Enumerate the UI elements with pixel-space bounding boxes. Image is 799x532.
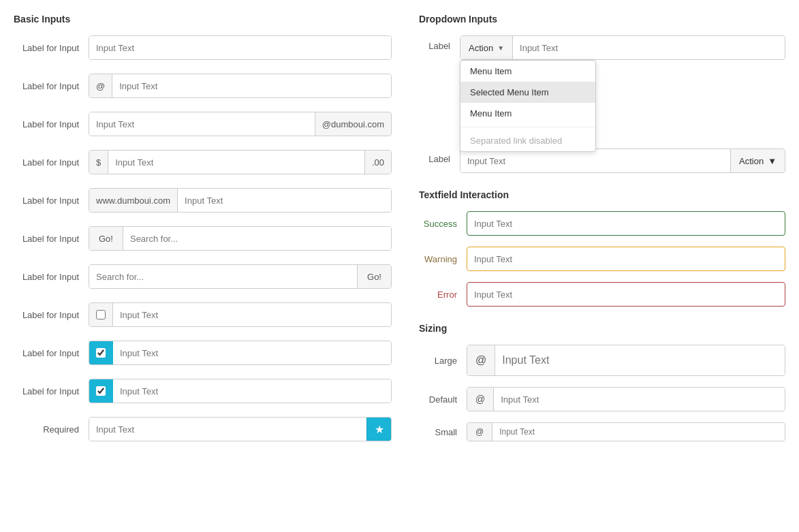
input-group-3: @dumboui.com	[89, 112, 392, 136]
dropdown-input-group-2: Action ▼	[460, 148, 785, 173]
action-dropdown-btn-1[interactable]: Action ▼	[460, 36, 513, 59]
input-1[interactable]	[89, 36, 391, 59]
dropdown-label-2: Label	[419, 148, 460, 164]
input-group-10	[89, 379, 392, 403]
dropdown-row-1: Label Action ▼ Menu Item Selected Menu I…	[419, 35, 785, 60]
checkbox-unchecked[interactable]	[96, 310, 106, 319]
dropdown-label-1: Label	[419, 35, 460, 51]
basic-inputs-title: Basic Inputs	[14, 14, 392, 25]
label-5: Label for Input	[14, 195, 89, 206]
input-required[interactable]	[89, 418, 366, 441]
form-row-2: Label for Input @	[14, 74, 392, 98]
input-group-5: www.dumboui.com	[89, 188, 392, 213]
label-9: Label for Input	[14, 348, 89, 358]
label-7: Label for Input	[14, 272, 89, 282]
dropdown-input-group-1: Action ▼	[460, 35, 785, 60]
menu-item-2[interactable]: Menu Item	[460, 103, 595, 124]
disabled-menu-item: Separated link disabled	[460, 130, 595, 151]
input-group-1	[89, 35, 392, 60]
input-7[interactable]	[89, 265, 357, 288]
label-3: Label for Input	[14, 119, 89, 129]
input-group-9	[89, 341, 392, 365]
warning-label: Warning	[419, 254, 467, 264]
label-4: Label for Input	[14, 157, 89, 168]
success-input[interactable]	[467, 211, 785, 236]
label-6: Label for Input	[14, 234, 89, 244]
sizing-group-small: @	[467, 422, 785, 441]
form-row-1: Label for Input	[14, 35, 392, 60]
label-required: Required	[14, 424, 89, 435]
selected-menu-item[interactable]: Selected Menu Item	[460, 82, 595, 103]
form-row-7: Label for Input Go!	[14, 264, 392, 289]
checkbox-checked[interactable]	[96, 348, 106, 358]
action-btn-text-2: Action	[739, 156, 764, 166]
sizing-input-large[interactable]	[495, 345, 785, 375]
form-row-8: Label for Input	[14, 302, 392, 327]
sizing-at-icon-small: @	[467, 423, 492, 441]
input-6[interactable]	[123, 227, 391, 250]
error-input[interactable]	[467, 282, 785, 307]
form-row-3: Label for Input @dumboui.com	[14, 112, 392, 136]
sizing-row-default: Default @	[419, 387, 785, 411]
input-2[interactable]	[112, 74, 391, 97]
label-8: Label for Input	[14, 310, 89, 320]
at-addon: @	[89, 74, 112, 97]
input-group-7: Go!	[89, 264, 392, 289]
input-5[interactable]	[178, 189, 391, 212]
dropdown-menu-1: Menu Item Selected Menu Item Menu Item S…	[460, 60, 596, 152]
form-row-9: Label for Input	[14, 341, 392, 365]
form-row-required: Required ★	[14, 417, 392, 441]
sizing-label-large: Large	[419, 356, 467, 366]
chevron-down-icon-1: ▼	[497, 44, 504, 52]
cents-addon: .00	[364, 151, 391, 174]
form-row-10: Label for Input	[14, 379, 392, 403]
action-btn-text-1: Action	[469, 43, 493, 53]
domain-addon: @dumboui.com	[315, 112, 391, 136]
sizing-group-large: @	[467, 345, 785, 376]
input-9[interactable]	[113, 341, 391, 364]
sizing-at-icon-default: @	[467, 388, 494, 411]
label-2: Label for Input	[14, 81, 89, 91]
error-row: Error	[419, 282, 785, 307]
dropdown-row-2: Label Action ▼	[419, 148, 785, 173]
dropdown-input-1[interactable]	[513, 36, 785, 59]
checkbox-addon-checked-2	[89, 379, 113, 403]
input-3[interactable]	[89, 112, 315, 136]
form-row-6: Label for Input Go!	[14, 226, 392, 251]
sizing-input-small[interactable]	[492, 423, 785, 441]
input-group-6: Go!	[89, 226, 392, 251]
sizing-input-default[interactable]	[494, 388, 785, 411]
input-4[interactable]	[108, 151, 364, 174]
warning-row: Warning	[419, 247, 785, 271]
sizing-label-default: Default	[419, 394, 467, 405]
go-btn-left[interactable]: Go!	[89, 227, 123, 250]
action-dropdown-btn-2[interactable]: Action ▼	[730, 149, 785, 172]
textfield-interaction-title: Textfield Interaction	[419, 189, 785, 200]
input-8[interactable]	[113, 303, 391, 326]
dropdown-inputs-title: Dropdown Inputs	[419, 14, 785, 25]
chevron-down-icon-2: ▼	[768, 156, 777, 166]
sizing-section: Sizing Large @ Default @ Small	[419, 323, 785, 441]
label-10: Label for Input	[14, 386, 89, 396]
input-group-2: @	[89, 74, 392, 98]
menu-item-1[interactable]: Menu Item	[460, 61, 595, 82]
input-group-4: $ .00	[89, 150, 392, 174]
label-1: Label for Input	[14, 43, 89, 53]
checkbox-checked-2[interactable]	[96, 386, 106, 396]
dropdown-input-2[interactable]	[460, 149, 730, 172]
success-label: Success	[419, 219, 467, 229]
sizing-at-icon-large: @	[467, 345, 495, 375]
form-row-4: Label for Input $ .00	[14, 150, 392, 174]
checkbox-addon-checked	[89, 341, 113, 364]
left-column: Basic Inputs Label for Input Label for I…	[14, 14, 392, 455]
required-star-button[interactable]: ★	[366, 418, 391, 441]
sizing-row-large: Large @	[419, 345, 785, 376]
warning-input[interactable]	[467, 247, 785, 271]
sizing-group-default: @	[467, 387, 785, 411]
sizing-title: Sizing	[419, 323, 785, 334]
error-label: Error	[419, 290, 467, 300]
input-10[interactable]	[113, 379, 391, 403]
go-btn-right[interactable]: Go!	[357, 265, 391, 288]
success-row: Success	[419, 211, 785, 236]
input-group-8	[89, 302, 392, 327]
